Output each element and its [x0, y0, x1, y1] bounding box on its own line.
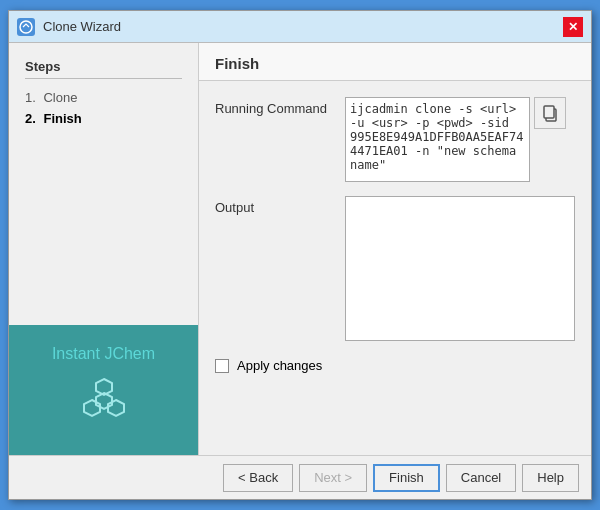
svg-marker-3 [108, 400, 124, 416]
copy-icon [541, 104, 559, 122]
running-command-control [345, 97, 575, 182]
branding-text: Instant JChem [52, 345, 155, 363]
back-button[interactable]: < Back [223, 464, 293, 492]
main-header: Finish [199, 43, 591, 81]
help-button[interactable]: Help [522, 464, 579, 492]
copy-command-button[interactable] [534, 97, 566, 129]
output-control [345, 196, 575, 344]
app-icon [17, 18, 35, 36]
main-area: Finish Running Command [199, 43, 591, 455]
section-title: Finish [215, 55, 259, 72]
svg-rect-6 [544, 106, 554, 118]
content-area: Steps 1. Clone 2. Finish Instant JChem [9, 43, 591, 455]
footer: < Back Next > Finish Cancel Help [9, 455, 591, 499]
main-body: Running Command Output [199, 81, 591, 455]
sidebar-branding: Instant JChem [9, 325, 198, 455]
branding-logo-icon [74, 375, 134, 435]
main-window: Clone Wizard ✕ Steps 1. Clone 2. Finish [8, 10, 592, 500]
output-row: Output [215, 196, 575, 344]
running-command-row: Running Command [215, 97, 575, 182]
svg-point-0 [20, 21, 32, 33]
close-button[interactable]: ✕ [563, 17, 583, 37]
steps-section: Steps 1. Clone 2. Finish [9, 43, 198, 325]
title-bar: Clone Wizard ✕ [9, 11, 591, 43]
cancel-button[interactable]: Cancel [446, 464, 516, 492]
next-button[interactable]: Next > [299, 464, 367, 492]
output-textarea[interactable] [345, 196, 575, 341]
title-bar-left: Clone Wizard [17, 18, 121, 36]
apply-changes-label: Apply changes [237, 358, 322, 373]
step-finish: 2. Finish [25, 108, 182, 129]
svg-marker-4 [84, 400, 100, 416]
steps-list: 1. Clone 2. Finish [25, 87, 182, 129]
window-title: Clone Wizard [43, 19, 121, 34]
running-command-label: Running Command [215, 97, 345, 116]
steps-title: Steps [25, 59, 182, 79]
sidebar: Steps 1. Clone 2. Finish Instant JChem [9, 43, 199, 455]
step-clone: 1. Clone [25, 87, 182, 108]
apply-changes-checkbox[interactable] [215, 359, 229, 373]
apply-changes-row: Apply changes [215, 358, 575, 373]
output-label: Output [215, 196, 345, 215]
finish-button[interactable]: Finish [373, 464, 440, 492]
running-command-textarea[interactable] [345, 97, 530, 182]
